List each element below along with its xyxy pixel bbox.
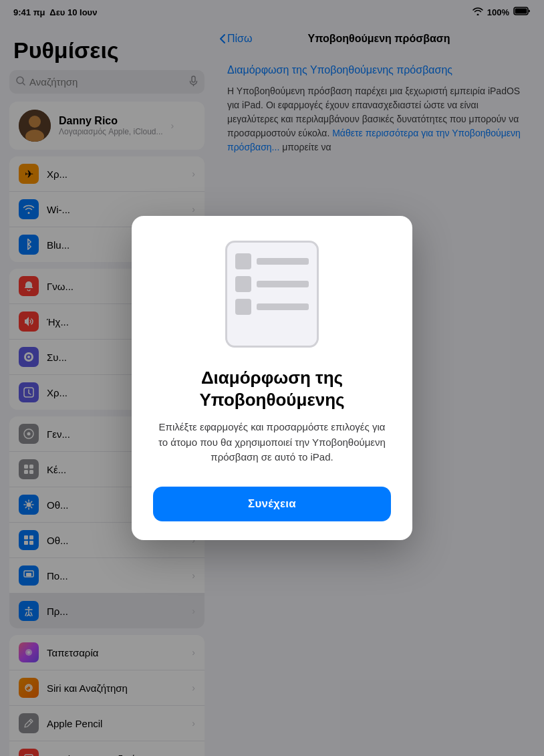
modal-overlay: Διαμόρφωση της Υποβοηθούμενης Επιλέξτε ε… [0,0,544,756]
illustration-screen [225,241,319,348]
illustration-line-1 [257,258,309,265]
continue-button[interactable]: Συνέχεια [153,487,391,521]
modal-card: Διαμόρφωση της Υποβοηθούμενης Επιλέξτε ε… [132,216,412,540]
modal-illustration [219,237,325,351]
illustration-thumb-2 [235,276,251,292]
illustration-row-2 [235,276,309,292]
modal-title: Διαμόρφωση της Υποβοηθούμενης [153,367,391,410]
illustration-row-3 [235,299,309,315]
illustration-thumb-3 [235,299,251,315]
illustration-thumb-1 [235,253,251,269]
illustration-row-1 [235,253,309,269]
illustration-line-3 [257,303,309,310]
modal-description: Επιλέξτε εφαρμογές και προσαρμόστε επιλο… [153,420,391,465]
illustration-line-2 [257,281,309,287]
